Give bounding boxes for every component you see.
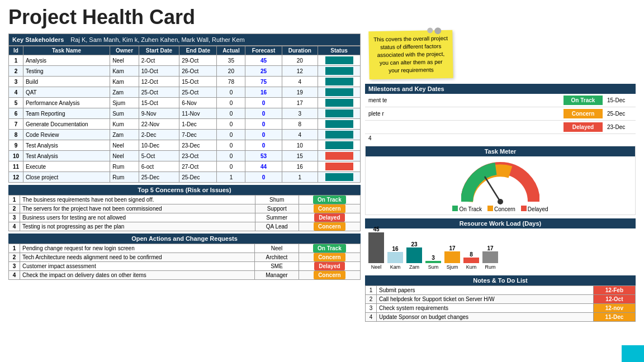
task-forecast: 45 <box>245 55 282 66</box>
task-forecast: 53 <box>245 151 282 161</box>
task-status <box>318 98 361 108</box>
milestone-date: 25-Dec <box>607 111 632 117</box>
milestone-badge: Delayed <box>564 122 603 132</box>
task-forecast: 44 <box>245 161 282 172</box>
task-owner: Rum <box>110 161 139 172</box>
notes-table: 1 Submit papers 12-Feb 2 Call helpdesk f… <box>365 285 636 322</box>
task-name: Test Analysis <box>23 151 110 161</box>
task-id: 12 <box>9 172 23 183</box>
bar-group: 17 Sjum <box>444 245 460 270</box>
task-actual: 0 <box>217 161 245 172</box>
task-meter-section: Task Meter <box>365 146 636 215</box>
col-enddate: End Date <box>179 46 217 55</box>
note-row: 2 Call helpdesk for Support ticket on Se… <box>366 295 636 304</box>
svg-line-0 <box>485 177 500 202</box>
stakeholder-header: Key Stakeholders Raj K, Sam Manh, Kim k,… <box>8 34 361 46</box>
task-status <box>318 140 361 151</box>
col-startdate: Start Date <box>139 46 179 55</box>
task-status <box>318 77 361 87</box>
task-forecast: 0 <box>245 130 282 140</box>
task-duration: 4 <box>282 77 318 87</box>
task-forecast: 0 <box>245 98 282 108</box>
note-text: Check system requirements <box>377 304 594 313</box>
task-id: 4 <box>9 87 23 98</box>
task-end: 29-Oct <box>179 55 217 66</box>
task-start: 9-Nov <box>139 108 179 119</box>
task-name: Performance Analysis <box>23 98 110 108</box>
gauge-container: On Track Concern Delayed <box>366 156 635 215</box>
col-taskname: Task Name <box>23 46 110 55</box>
task-start: 6-oct <box>139 161 179 172</box>
task-id: 1 <box>9 55 23 66</box>
note-id: 3 <box>366 304 377 313</box>
task-end: 1-Dec <box>179 119 217 130</box>
task-forecast: 25 <box>245 66 282 77</box>
page: Project Health Card This covers the over… <box>0 0 644 362</box>
task-duration: 19 <box>282 87 318 98</box>
open-actions-table: 1 Pending change request for new login s… <box>8 244 361 280</box>
milestones-section: Milestones and Key Dates ment te On Trac… <box>365 84 636 142</box>
task-id: 3 <box>9 77 23 87</box>
task-start: 22-Nov <box>139 119 179 130</box>
action-owner: SME <box>255 262 299 271</box>
task-forecast: 0 <box>245 108 282 119</box>
gauge-legend: On Track Concern Delayed <box>452 206 548 212</box>
task-meter-header: Task Meter <box>366 146 635 156</box>
task-row: 9 Test Analysis Neel 10-Dec 23-Dec 0 0 1… <box>9 140 361 151</box>
note-text: Submit papers <box>377 286 594 295</box>
action-row: 2 Tech Architecture needs alignment need… <box>9 253 361 262</box>
bar-value: 16 <box>392 246 398 252</box>
task-end: 11-Nov <box>179 108 217 119</box>
task-owner: Kum <box>110 119 139 130</box>
task-start: 12-Oct <box>139 77 179 87</box>
task-status <box>318 55 361 66</box>
open-actions-header: Open Actions and Change Requests <box>8 234 361 244</box>
task-actual: 0 <box>217 98 245 108</box>
task-end: 23-Dec <box>179 140 217 151</box>
concern-owner: Support <box>255 204 299 213</box>
bar-group: 16 Kam <box>387 246 403 270</box>
col-actual: Actual <box>217 46 245 55</box>
bar <box>444 251 460 263</box>
task-duration: 3 <box>282 108 318 119</box>
note-text: Call helpdesk for Support ticket on Serv… <box>377 295 594 304</box>
legend-ontrack: On Track <box>452 206 482 212</box>
task-start: 10-Oct <box>139 66 179 77</box>
tasks-table: Id Task Name Owner Start Date End Date A… <box>8 46 361 183</box>
sticky-note: This covers the overall project status o… <box>368 30 453 80</box>
concern-owner: QA Lead <box>255 222 299 231</box>
resource-header: Resource Work Load (Days) <box>365 218 636 228</box>
task-owner: Zam <box>110 87 139 98</box>
notes-section: Notes & To Do List 1 Submit papers 12-Fe… <box>365 275 636 322</box>
concern-status: On Track <box>299 196 360 204</box>
bar-label: Kam <box>390 264 401 270</box>
task-duration: 1 <box>282 172 318 183</box>
action-id: 4 <box>9 271 20 280</box>
task-end: 25-Dec <box>179 172 217 183</box>
action-row: 3 Customer impact assessment SME Delayed <box>9 262 361 271</box>
concern-id: 1 <box>9 196 20 204</box>
task-start: 2-Dec <box>139 130 179 140</box>
task-name: Code Review <box>23 130 110 140</box>
task-row: 10 Test Analysis Neel 5-Oct 23-Oct 0 53 … <box>9 151 361 161</box>
task-row: 7 Generate Documentation Kum 22-Nov 1-De… <box>9 119 361 130</box>
action-id: 3 <box>9 262 20 271</box>
bar-value: 45 <box>373 226 379 232</box>
concern-status: Delayed <box>299 213 360 222</box>
task-row: 2 Testing Kam 10-Oct 26-Oct 20 25 12 <box>9 66 361 77</box>
bar <box>406 247 422 263</box>
task-id: 10 <box>9 151 23 161</box>
task-status <box>318 130 361 140</box>
action-owner: Neel <box>255 244 299 253</box>
task-status <box>318 151 361 161</box>
task-duration: 15 <box>282 151 318 161</box>
bar <box>425 261 441 263</box>
bar-label: Rum <box>485 264 495 270</box>
task-actual: 1 <box>217 172 245 183</box>
left-panel: Key Stakeholders Raj K, Sam Manh, Kim k,… <box>8 34 361 322</box>
bar-chart: 45 Neel 16 Kam 23 Zam 3 Sum 17 Sjum 8 Ku… <box>368 231 632 270</box>
milestone-text: plete r <box>368 111 559 117</box>
milestone-date: 15-Dec <box>607 97 632 103</box>
task-row: 5 Performance Analysis Sjum 15-Oct 6-Nov… <box>9 98 361 108</box>
milestone-badge: Concern <box>564 109 603 118</box>
